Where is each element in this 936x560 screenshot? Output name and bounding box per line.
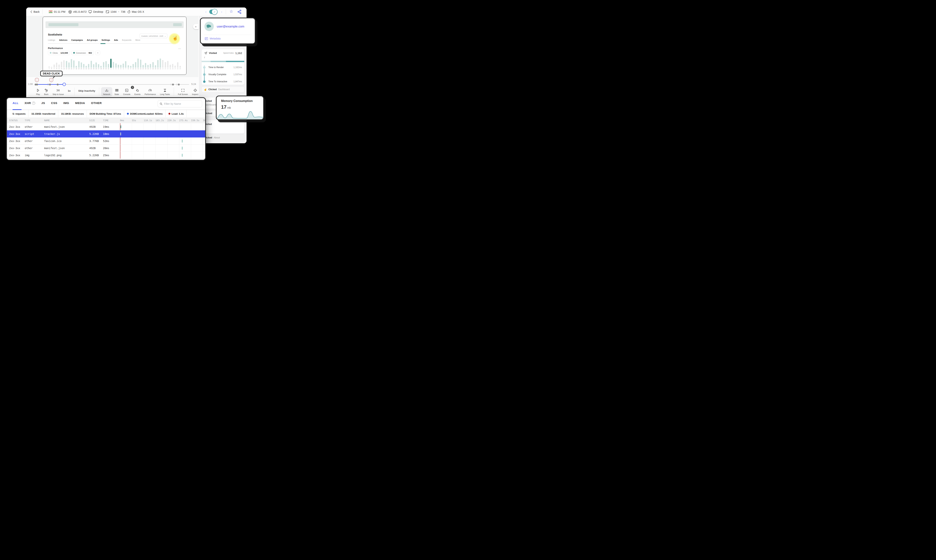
chart-bar[interactable] [48, 66, 50, 68]
skip-to-issue-button[interactable]: Skip to Issue [51, 87, 66, 97]
state-panel-button[interactable]: State [112, 87, 121, 97]
column-header-time[interactable]: TIME [103, 119, 116, 122]
site-tab-keywords[interactable]: Keywords [122, 39, 132, 41]
chart-bar[interactable] [118, 65, 119, 68]
event-item-clicked-dashboard[interactable]: ☝ Clicked Dashboard [201, 86, 245, 92]
site-tab-ads[interactable]: Ads [114, 39, 118, 41]
chart-bar[interactable] [78, 61, 80, 68]
chart-bar[interactable] [86, 66, 87, 68]
filter-field[interactable] [157, 100, 202, 108]
chart-bar[interactable] [105, 61, 107, 68]
full-screen-button[interactable]: Full Screen [176, 87, 190, 97]
site-tab-settings[interactable]: Settings [102, 39, 110, 41]
table-row[interactable]: 2xx-3xxothermanifest.json492B26ms [7, 145, 205, 152]
chart-bar[interactable] [147, 65, 149, 68]
chart-bar[interactable] [142, 65, 144, 68]
chart-bar[interactable] [63, 60, 65, 68]
chart-bar[interactable] [125, 61, 126, 68]
event-marker[interactable] [57, 84, 59, 86]
long-tasks-panel-button[interactable]: Long Tasks [158, 87, 172, 97]
autoplay-toggle[interactable]: ✓ [209, 9, 217, 14]
chart-bar[interactable] [170, 65, 171, 68]
column-header-status[interactable]: STATUS [9, 119, 25, 122]
user-email[interactable]: user@example.com [217, 25, 244, 28]
site-tab-advices[interactable]: Advices [59, 39, 67, 41]
back-10s-button[interactable]: 10 Back [42, 87, 50, 97]
back-button[interactable]: Back [30, 8, 40, 16]
chart-bar[interactable] [133, 64, 134, 68]
chart-bar[interactable] [130, 66, 131, 68]
chart-bar[interactable] [140, 60, 141, 68]
event-marker[interactable] [172, 84, 174, 86]
chart-bar[interactable] [155, 65, 156, 68]
network-tab-other[interactable]: OTHER [91, 102, 102, 105]
chart-bar[interactable] [179, 66, 181, 68]
chart-bar[interactable] [91, 61, 92, 68]
prev-session-button[interactable]: ‹ [204, 10, 208, 14]
network-panel-button[interactable]: Network [101, 87, 113, 97]
chart-bar[interactable] [108, 64, 109, 68]
network-tab-css[interactable]: CSS [51, 102, 57, 105]
chart-bar[interactable] [177, 62, 178, 68]
chart-bar[interactable] [93, 64, 94, 68]
chart-bar[interactable] [172, 64, 173, 68]
chart-bar[interactable] [54, 65, 55, 68]
network-tab-media[interactable]: MEDIA [75, 102, 85, 105]
bookmark-star-icon[interactable]: ☆ [230, 9, 233, 14]
chart-bar[interactable] [145, 63, 146, 68]
skip-inactivity-toggle[interactable]: Skip Inactivity [76, 87, 97, 92]
chart-bar[interactable] [150, 64, 151, 68]
network-tab-xhr[interactable]: XHR? [25, 102, 35, 105]
chart-bar[interactable] [160, 58, 161, 68]
metric-chip-conversion[interactable]: Conversion902 [71, 51, 94, 55]
event-item-visited-2[interactable]: Visited [201, 120, 245, 134]
date-range-picker[interactable]: Custom: 14/12/2019 - 21/01/2020 ⌄ [140, 34, 167, 38]
network-tab-img[interactable]: IMG [63, 102, 69, 105]
collapse-sidebar-button[interactable]: » [193, 24, 199, 29]
chart-bar[interactable] [157, 60, 159, 68]
chart-bar[interactable] [110, 59, 111, 68]
site-tab-campaigns[interactable]: Campaigns [71, 39, 83, 41]
chart-bar[interactable] [66, 61, 67, 68]
metric-chip-clicks[interactable]: Clicks123,949 [48, 51, 70, 55]
console-panel-button[interactable]: 3 Console [121, 87, 133, 97]
performance-panel-button[interactable]: Performance [142, 87, 158, 97]
play-button[interactable]: Play [34, 87, 42, 97]
chart-bar[interactable] [59, 65, 60, 68]
next-session-button[interactable]: › [220, 10, 224, 14]
chart-bar[interactable] [120, 65, 122, 68]
table-row[interactable]: 2xx-3xxothermanifest.json492B19ms [7, 123, 205, 130]
chart-bar[interactable] [128, 65, 129, 68]
chart-bar[interactable] [115, 63, 117, 68]
chart-bar[interactable] [123, 64, 124, 68]
site-tab-listings[interactable]: Listings [48, 39, 55, 41]
chart-bar[interactable] [98, 64, 99, 68]
playhead-handle[interactable] [63, 83, 66, 86]
network-tab-all[interactable]: ALL [12, 102, 19, 105]
chart-bar[interactable] [73, 60, 74, 68]
chart-bar[interactable] [167, 61, 168, 68]
table-row[interactable]: 2xx-3xxotherfavicon.ico3.77KB52ms [7, 137, 205, 145]
chart-bar[interactable] [71, 59, 72, 68]
chart-bar[interactable] [96, 63, 97, 68]
column-header-type[interactable]: TYPE [25, 119, 44, 122]
issue-marker[interactable]: i [34, 77, 39, 84]
chart-bar[interactable] [137, 58, 139, 68]
issue-marker-dead-click[interactable]: i [49, 77, 54, 84]
chart-bar[interactable] [81, 63, 82, 68]
chart-bar[interactable] [135, 62, 136, 68]
chart-bar[interactable] [100, 66, 102, 68]
add-metric-button[interactable]: + [95, 51, 100, 55]
chart-bar[interactable] [113, 62, 114, 68]
column-header-name[interactable]: NAME [44, 119, 89, 122]
event-item-clicked-about[interactable]: Clicked About [201, 134, 245, 141]
chart-bar[interactable] [103, 62, 104, 68]
share-icon[interactable] [237, 9, 242, 15]
chart-bar[interactable] [68, 63, 69, 68]
visited-metrics-card[interactable]: Visited Speed Index 1,162 / Time to Rend… [201, 49, 245, 85]
network-tab-js[interactable]: JS [41, 102, 45, 105]
filter-input[interactable] [164, 102, 200, 105]
site-tab-more[interactable]: More [135, 39, 140, 41]
chart-bar[interactable] [165, 62, 166, 68]
column-header-size[interactable]: SIZE [89, 119, 103, 122]
